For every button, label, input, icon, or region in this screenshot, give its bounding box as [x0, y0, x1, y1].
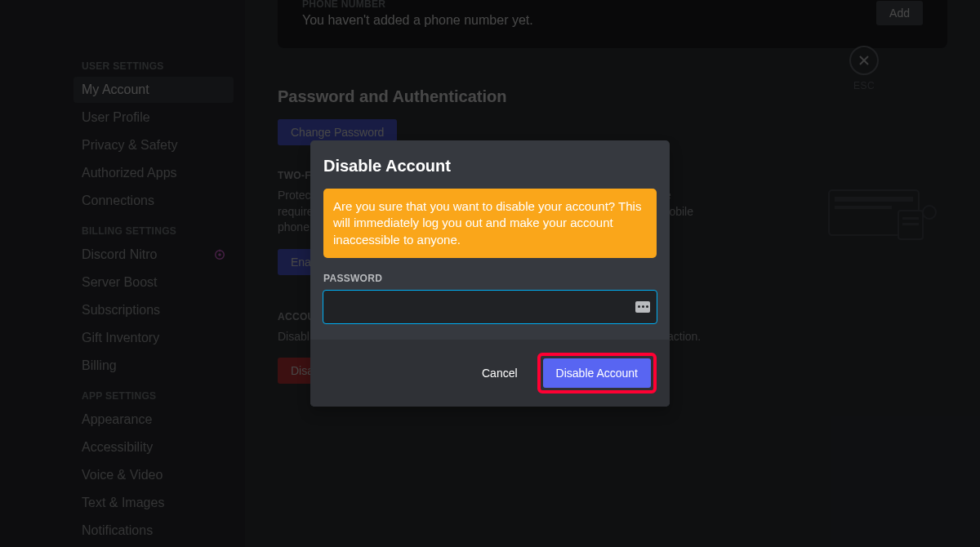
modal-warning: Are you sure that you want to disable yo… — [323, 189, 657, 258]
modal-confirm-button[interactable]: Disable Account — [543, 358, 651, 388]
modal-cancel-button[interactable]: Cancel — [470, 358, 529, 388]
modal-title: Disable Account — [323, 157, 657, 176]
confirm-button-highlight: Disable Account — [537, 353, 657, 394]
password-manager-icon[interactable] — [635, 301, 650, 313]
disable-account-modal: Disable Account Are you sure that you wa… — [310, 140, 670, 407]
modal-password-label: PASSWORD — [323, 273, 657, 284]
modal-overlay[interactable]: Disable Account Are you sure that you wa… — [0, 0, 980, 547]
password-input[interactable] — [323, 291, 657, 323]
